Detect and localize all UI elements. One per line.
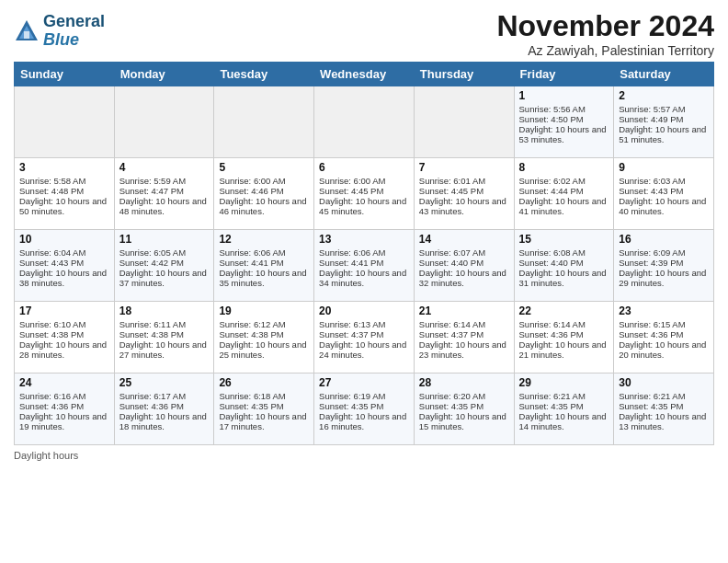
day-number: 16 — [619, 233, 709, 246]
day-number: 18 — [119, 304, 210, 317]
day-info: Sunset: 4:37 PM — [319, 329, 409, 339]
day-number: 15 — [519, 233, 609, 246]
calendar-cell — [414, 86, 514, 158]
day-info: Sunrise: 5:56 AM — [519, 104, 609, 114]
day-info: Sunset: 4:48 PM — [19, 186, 109, 196]
day-number: 10 — [19, 233, 109, 246]
day-info: Daylight: 10 hours and 18 minutes. — [119, 411, 210, 431]
calendar-cell — [314, 86, 415, 158]
day-number: 24 — [19, 376, 109, 389]
day-info: Daylight: 10 hours and 13 minutes. — [619, 411, 709, 431]
calendar-cell: 10Sunrise: 6:04 AMSunset: 4:43 PMDayligh… — [15, 230, 115, 302]
calendar-cell: 26Sunrise: 6:18 AMSunset: 4:35 PMDayligh… — [214, 373, 314, 445]
logo-icon — [14, 18, 40, 44]
day-number: 13 — [319, 233, 409, 246]
day-info: Daylight: 10 hours and 14 minutes. — [519, 411, 609, 431]
day-info: Daylight: 10 hours and 20 minutes. — [619, 339, 709, 360]
day-info: Sunset: 4:46 PM — [219, 186, 309, 196]
day-info: Sunset: 4:41 PM — [219, 258, 309, 268]
col-header-sunday: Sunday — [15, 63, 115, 86]
day-info: Sunset: 4:45 PM — [419, 186, 509, 196]
day-info: Daylight: 10 hours and 50 minutes. — [19, 196, 109, 216]
day-info: Sunrise: 6:07 AM — [419, 247, 509, 258]
footer: Daylight hours — [14, 450, 714, 461]
day-info: Sunrise: 6:14 AM — [519, 319, 609, 329]
day-info: Sunset: 4:47 PM — [119, 186, 210, 196]
calendar-cell: 19Sunrise: 6:12 AMSunset: 4:38 PMDayligh… — [214, 302, 314, 373]
day-info: Sunrise: 5:59 AM — [119, 176, 210, 186]
col-header-monday: Monday — [114, 63, 214, 86]
day-number: 2 — [619, 89, 709, 102]
day-info: Daylight: 10 hours and 16 minutes. — [319, 411, 409, 431]
calendar-cell: 28Sunrise: 6:20 AMSunset: 4:35 PMDayligh… — [414, 373, 514, 445]
header: General Blue November 2024 Az Zawiyah, P… — [14, 9, 714, 58]
calendar-cell: 27Sunrise: 6:19 AMSunset: 4:35 PMDayligh… — [314, 373, 415, 445]
day-info: Daylight: 10 hours and 25 minutes. — [219, 339, 309, 360]
day-number: 26 — [219, 376, 309, 389]
day-info: Sunrise: 6:06 AM — [219, 247, 309, 258]
day-info: Sunset: 4:38 PM — [19, 329, 109, 339]
day-info: Daylight: 10 hours and 19 minutes. — [19, 411, 109, 431]
day-info: Daylight: 10 hours and 51 minutes. — [619, 124, 709, 144]
day-info: Sunrise: 6:19 AM — [319, 391, 409, 401]
day-info: Sunset: 4:36 PM — [119, 401, 210, 411]
col-header-friday: Friday — [514, 63, 614, 86]
day-info: Sunset: 4:39 PM — [619, 258, 709, 268]
calendar-cell: 22Sunrise: 6:14 AMSunset: 4:36 PMDayligh… — [514, 302, 614, 373]
day-number: 27 — [319, 376, 409, 389]
calendar-cell: 14Sunrise: 6:07 AMSunset: 4:40 PMDayligh… — [414, 230, 514, 302]
calendar-table: SundayMondayTuesdayWednesdayThursdayFrid… — [14, 62, 714, 445]
calendar-cell: 11Sunrise: 6:05 AMSunset: 4:42 PMDayligh… — [114, 230, 214, 302]
day-info: Daylight: 10 hours and 34 minutes. — [319, 268, 409, 288]
logo-text-line1: General — [43, 13, 105, 31]
col-header-wednesday: Wednesday — [314, 63, 415, 86]
day-info: Sunset: 4:36 PM — [519, 329, 609, 339]
day-info: Sunset: 4:44 PM — [519, 186, 609, 196]
calendar-cell — [15, 86, 115, 158]
day-info: Sunset: 4:35 PM — [219, 401, 309, 411]
day-info: Sunset: 4:35 PM — [319, 401, 409, 411]
day-info: Sunrise: 6:06 AM — [319, 247, 409, 258]
day-number: 7 — [419, 161, 509, 174]
col-header-thursday: Thursday — [414, 63, 514, 86]
location-subtitle: Az Zawiyah, Palestinian Territory — [496, 43, 714, 58]
day-info: Sunset: 4:49 PM — [619, 114, 709, 124]
calendar-cell: 4Sunrise: 5:59 AMSunset: 4:47 PMDaylight… — [114, 158, 214, 230]
week-row-4: 17Sunrise: 6:10 AMSunset: 4:38 PMDayligh… — [15, 302, 714, 373]
day-info: Sunrise: 6:16 AM — [19, 391, 109, 401]
day-number: 30 — [619, 376, 709, 389]
day-number: 1 — [519, 89, 609, 102]
day-info: Daylight: 10 hours and 43 minutes. — [419, 196, 509, 216]
day-info: Sunrise: 6:00 AM — [319, 176, 409, 186]
day-info: Sunrise: 6:09 AM — [619, 247, 709, 258]
day-number: 28 — [419, 376, 509, 389]
daylight-label: Daylight hours — [14, 450, 78, 461]
day-info: Sunrise: 6:01 AM — [419, 176, 509, 186]
day-info: Daylight: 10 hours and 24 minutes. — [319, 339, 409, 360]
day-info: Sunset: 4:38 PM — [119, 329, 210, 339]
day-number: 29 — [519, 376, 609, 389]
day-info: Daylight: 10 hours and 23 minutes. — [419, 339, 509, 360]
day-info: Daylight: 10 hours and 17 minutes. — [219, 411, 309, 431]
day-info: Daylight: 10 hours and 48 minutes. — [119, 196, 210, 216]
day-info: Sunset: 4:35 PM — [419, 401, 509, 411]
calendar-cell: 18Sunrise: 6:11 AMSunset: 4:38 PMDayligh… — [114, 302, 214, 373]
day-info: Daylight: 10 hours and 35 minutes. — [219, 268, 309, 288]
day-info: Sunrise: 6:12 AM — [219, 319, 309, 329]
day-info: Sunrise: 6:13 AM — [319, 319, 409, 329]
day-info: Daylight: 10 hours and 27 minutes. — [119, 339, 210, 360]
day-info: Sunset: 4:37 PM — [419, 329, 509, 339]
week-row-3: 10Sunrise: 6:04 AMSunset: 4:43 PMDayligh… — [15, 230, 714, 302]
calendar-cell: 17Sunrise: 6:10 AMSunset: 4:38 PMDayligh… — [15, 302, 115, 373]
day-number: 3 — [19, 161, 109, 174]
day-info: Sunrise: 6:11 AM — [119, 319, 210, 329]
day-info: Sunset: 4:36 PM — [619, 329, 709, 339]
day-number: 4 — [119, 161, 210, 174]
day-number: 21 — [419, 304, 509, 317]
day-info: Daylight: 10 hours and 38 minutes. — [19, 268, 109, 288]
calendar-cell: 13Sunrise: 6:06 AMSunset: 4:41 PMDayligh… — [314, 230, 415, 302]
day-number: 12 — [219, 233, 309, 246]
day-info: Sunrise: 6:21 AM — [519, 391, 609, 401]
calendar-cell: 7Sunrise: 6:01 AMSunset: 4:45 PMDaylight… — [414, 158, 514, 230]
calendar-cell: 5Sunrise: 6:00 AMSunset: 4:46 PMDaylight… — [214, 158, 314, 230]
